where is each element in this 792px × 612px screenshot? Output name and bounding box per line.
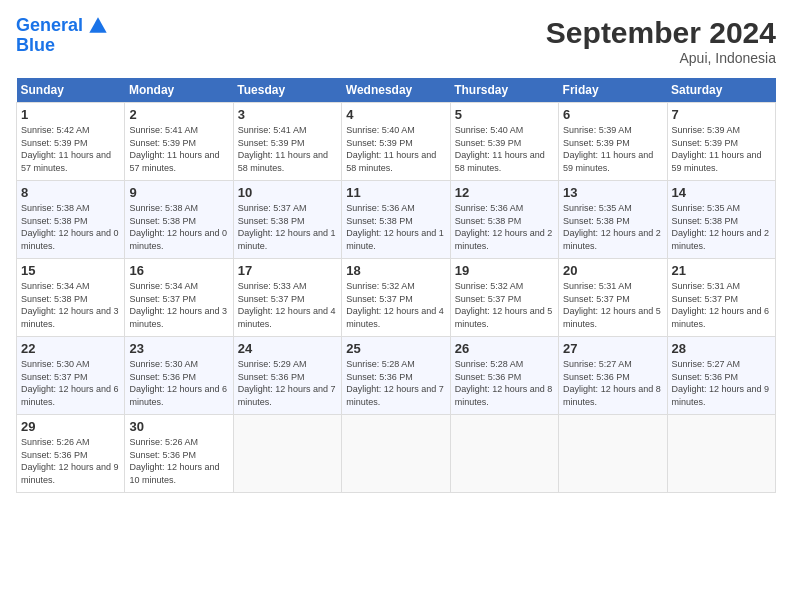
calendar-day-cell: 7 Sunrise: 5:39 AM Sunset: 5:39 PM Dayli… bbox=[667, 103, 775, 181]
weekday-header-cell: Saturday bbox=[667, 78, 775, 103]
calendar-week-row: 1 Sunrise: 5:42 AM Sunset: 5:39 PM Dayli… bbox=[17, 103, 776, 181]
day-number: 4 bbox=[346, 107, 445, 122]
logo: General Blue bbox=[16, 16, 108, 56]
day-number: 13 bbox=[563, 185, 662, 200]
day-info: Sunrise: 5:32 AM Sunset: 5:37 PM Dayligh… bbox=[346, 280, 445, 330]
calendar-day-cell: 17 Sunrise: 5:33 AM Sunset: 5:37 PM Dayl… bbox=[233, 259, 341, 337]
day-number: 8 bbox=[21, 185, 120, 200]
logo-general: General bbox=[16, 15, 83, 35]
day-info: Sunrise: 5:40 AM Sunset: 5:39 PM Dayligh… bbox=[346, 124, 445, 174]
day-info: Sunrise: 5:35 AM Sunset: 5:38 PM Dayligh… bbox=[563, 202, 662, 252]
day-info: Sunrise: 5:41 AM Sunset: 5:39 PM Dayligh… bbox=[129, 124, 228, 174]
calendar-day-cell: 3 Sunrise: 5:41 AM Sunset: 5:39 PM Dayli… bbox=[233, 103, 341, 181]
day-info: Sunrise: 5:36 AM Sunset: 5:38 PM Dayligh… bbox=[455, 202, 554, 252]
day-info: Sunrise: 5:39 AM Sunset: 5:39 PM Dayligh… bbox=[672, 124, 771, 174]
day-info: Sunrise: 5:31 AM Sunset: 5:37 PM Dayligh… bbox=[672, 280, 771, 330]
day-number: 21 bbox=[672, 263, 771, 278]
weekday-header-cell: Friday bbox=[559, 78, 667, 103]
location: Apui, Indonesia bbox=[546, 50, 776, 66]
calendar-day-cell: 15 Sunrise: 5:34 AM Sunset: 5:38 PM Dayl… bbox=[17, 259, 125, 337]
page-header: General Blue September 2024 Apui, Indone… bbox=[16, 16, 776, 66]
day-number: 24 bbox=[238, 341, 337, 356]
calendar-table: SundayMondayTuesdayWednesdayThursdayFrid… bbox=[16, 78, 776, 493]
calendar-day-cell: 13 Sunrise: 5:35 AM Sunset: 5:38 PM Dayl… bbox=[559, 181, 667, 259]
weekday-header-cell: Sunday bbox=[17, 78, 125, 103]
calendar-day-cell: 20 Sunrise: 5:31 AM Sunset: 5:37 PM Dayl… bbox=[559, 259, 667, 337]
calendar-day-cell: 19 Sunrise: 5:32 AM Sunset: 5:37 PM Dayl… bbox=[450, 259, 558, 337]
day-info: Sunrise: 5:34 AM Sunset: 5:38 PM Dayligh… bbox=[21, 280, 120, 330]
calendar-day-cell: 9 Sunrise: 5:38 AM Sunset: 5:38 PM Dayli… bbox=[125, 181, 233, 259]
calendar-body: 1 Sunrise: 5:42 AM Sunset: 5:39 PM Dayli… bbox=[17, 103, 776, 493]
calendar-day-cell: 8 Sunrise: 5:38 AM Sunset: 5:38 PM Dayli… bbox=[17, 181, 125, 259]
calendar-day-cell: 24 Sunrise: 5:29 AM Sunset: 5:36 PM Dayl… bbox=[233, 337, 341, 415]
calendar-day-cell: 6 Sunrise: 5:39 AM Sunset: 5:39 PM Dayli… bbox=[559, 103, 667, 181]
title-block: September 2024 Apui, Indonesia bbox=[546, 16, 776, 66]
day-number: 9 bbox=[129, 185, 228, 200]
calendar-week-row: 15 Sunrise: 5:34 AM Sunset: 5:38 PM Dayl… bbox=[17, 259, 776, 337]
weekday-header-cell: Wednesday bbox=[342, 78, 450, 103]
day-number: 12 bbox=[455, 185, 554, 200]
day-info: Sunrise: 5:31 AM Sunset: 5:37 PM Dayligh… bbox=[563, 280, 662, 330]
weekday-header-row: SundayMondayTuesdayWednesdayThursdayFrid… bbox=[17, 78, 776, 103]
day-info: Sunrise: 5:36 AM Sunset: 5:38 PM Dayligh… bbox=[346, 202, 445, 252]
calendar-day-cell: 22 Sunrise: 5:30 AM Sunset: 5:37 PM Dayl… bbox=[17, 337, 125, 415]
month-title: September 2024 bbox=[546, 16, 776, 50]
calendar-day-cell: 2 Sunrise: 5:41 AM Sunset: 5:39 PM Dayli… bbox=[125, 103, 233, 181]
day-number: 29 bbox=[21, 419, 120, 434]
calendar-day-cell bbox=[342, 415, 450, 493]
day-info: Sunrise: 5:42 AM Sunset: 5:39 PM Dayligh… bbox=[21, 124, 120, 174]
day-info: Sunrise: 5:33 AM Sunset: 5:37 PM Dayligh… bbox=[238, 280, 337, 330]
calendar-day-cell: 11 Sunrise: 5:36 AM Sunset: 5:38 PM Dayl… bbox=[342, 181, 450, 259]
day-number: 11 bbox=[346, 185, 445, 200]
day-number: 2 bbox=[129, 107, 228, 122]
calendar-day-cell: 23 Sunrise: 5:30 AM Sunset: 5:36 PM Dayl… bbox=[125, 337, 233, 415]
logo-blue: Blue bbox=[16, 36, 108, 56]
page-container: General Blue September 2024 Apui, Indone… bbox=[0, 0, 792, 501]
day-info: Sunrise: 5:27 AM Sunset: 5:36 PM Dayligh… bbox=[672, 358, 771, 408]
svg-marker-0 bbox=[89, 18, 106, 33]
day-number: 17 bbox=[238, 263, 337, 278]
calendar-day-cell: 14 Sunrise: 5:35 AM Sunset: 5:38 PM Dayl… bbox=[667, 181, 775, 259]
day-number: 28 bbox=[672, 341, 771, 356]
day-number: 19 bbox=[455, 263, 554, 278]
weekday-header-cell: Monday bbox=[125, 78, 233, 103]
calendar-day-cell: 21 Sunrise: 5:31 AM Sunset: 5:37 PM Dayl… bbox=[667, 259, 775, 337]
calendar-day-cell: 29 Sunrise: 5:26 AM Sunset: 5:36 PM Dayl… bbox=[17, 415, 125, 493]
calendar-week-row: 29 Sunrise: 5:26 AM Sunset: 5:36 PM Dayl… bbox=[17, 415, 776, 493]
day-info: Sunrise: 5:29 AM Sunset: 5:36 PM Dayligh… bbox=[238, 358, 337, 408]
day-number: 26 bbox=[455, 341, 554, 356]
calendar-day-cell: 1 Sunrise: 5:42 AM Sunset: 5:39 PM Dayli… bbox=[17, 103, 125, 181]
calendar-day-cell bbox=[450, 415, 558, 493]
day-number: 1 bbox=[21, 107, 120, 122]
calendar-day-cell: 16 Sunrise: 5:34 AM Sunset: 5:37 PM Dayl… bbox=[125, 259, 233, 337]
calendar-day-cell bbox=[667, 415, 775, 493]
day-number: 25 bbox=[346, 341, 445, 356]
day-number: 3 bbox=[238, 107, 337, 122]
calendar-day-cell: 25 Sunrise: 5:28 AM Sunset: 5:36 PM Dayl… bbox=[342, 337, 450, 415]
day-info: Sunrise: 5:26 AM Sunset: 5:36 PM Dayligh… bbox=[129, 436, 228, 486]
calendar-day-cell: 12 Sunrise: 5:36 AM Sunset: 5:38 PM Dayl… bbox=[450, 181, 558, 259]
day-number: 18 bbox=[346, 263, 445, 278]
day-info: Sunrise: 5:35 AM Sunset: 5:38 PM Dayligh… bbox=[672, 202, 771, 252]
day-info: Sunrise: 5:39 AM Sunset: 5:39 PM Dayligh… bbox=[563, 124, 662, 174]
day-info: Sunrise: 5:28 AM Sunset: 5:36 PM Dayligh… bbox=[455, 358, 554, 408]
day-number: 16 bbox=[129, 263, 228, 278]
day-number: 10 bbox=[238, 185, 337, 200]
day-number: 22 bbox=[21, 341, 120, 356]
calendar-day-cell: 4 Sunrise: 5:40 AM Sunset: 5:39 PM Dayli… bbox=[342, 103, 450, 181]
day-info: Sunrise: 5:30 AM Sunset: 5:37 PM Dayligh… bbox=[21, 358, 120, 408]
calendar-week-row: 22 Sunrise: 5:30 AM Sunset: 5:37 PM Dayl… bbox=[17, 337, 776, 415]
calendar-week-row: 8 Sunrise: 5:38 AM Sunset: 5:38 PM Dayli… bbox=[17, 181, 776, 259]
day-info: Sunrise: 5:32 AM Sunset: 5:37 PM Dayligh… bbox=[455, 280, 554, 330]
calendar-day-cell: 5 Sunrise: 5:40 AM Sunset: 5:39 PM Dayli… bbox=[450, 103, 558, 181]
calendar-day-cell: 26 Sunrise: 5:28 AM Sunset: 5:36 PM Dayl… bbox=[450, 337, 558, 415]
day-number: 7 bbox=[672, 107, 771, 122]
day-info: Sunrise: 5:34 AM Sunset: 5:37 PM Dayligh… bbox=[129, 280, 228, 330]
day-info: Sunrise: 5:37 AM Sunset: 5:38 PM Dayligh… bbox=[238, 202, 337, 252]
day-info: Sunrise: 5:27 AM Sunset: 5:36 PM Dayligh… bbox=[563, 358, 662, 408]
weekday-header-cell: Thursday bbox=[450, 78, 558, 103]
weekday-header-cell: Tuesday bbox=[233, 78, 341, 103]
day-number: 15 bbox=[21, 263, 120, 278]
day-number: 5 bbox=[455, 107, 554, 122]
day-number: 20 bbox=[563, 263, 662, 278]
